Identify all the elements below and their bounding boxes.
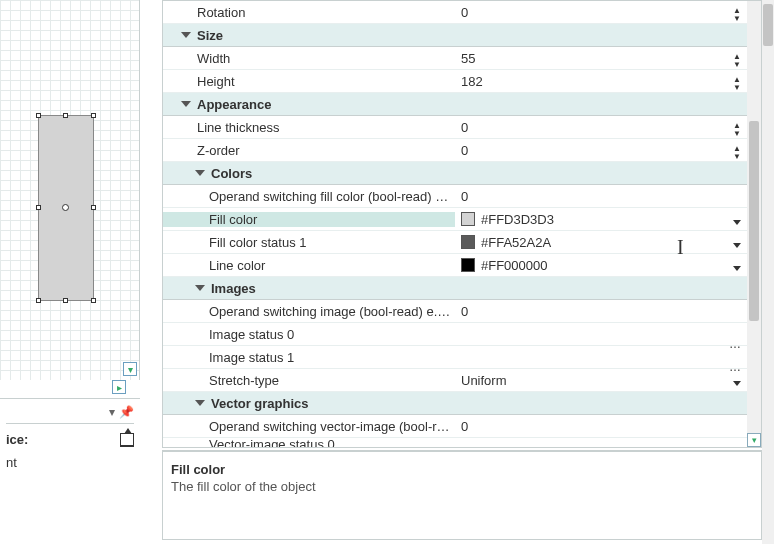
- prop-row-stretch[interactable]: Stretch-type Uniform: [163, 369, 747, 392]
- center-marker: [62, 204, 69, 211]
- collapse-icon[interactable]: [195, 285, 205, 291]
- upload-icon[interactable]: [120, 433, 134, 447]
- collapse-icon[interactable]: [181, 32, 191, 38]
- prop-row-fill-status1[interactable]: Fill color status 1 #FFA52A2A: [163, 231, 747, 254]
- category-colors[interactable]: Colors: [163, 162, 747, 185]
- scroll-thumb[interactable]: [749, 121, 759, 321]
- spinner-icon[interactable]: ▲▼: [733, 7, 743, 23]
- dropdown-icon[interactable]: [733, 266, 741, 271]
- prop-label: Fill color: [163, 212, 455, 227]
- design-canvas[interactable]: ▾ ▸: [0, 0, 140, 380]
- prop-label: Line color: [163, 258, 455, 273]
- category-appearance[interactable]: Appearance: [163, 93, 747, 116]
- prop-row-operand-vec[interactable]: Operand switching vector-image (bool-rea…: [163, 415, 747, 438]
- prop-label: Operand switching image (bool-read) e.g.…: [163, 304, 455, 319]
- resize-handle[interactable]: [63, 298, 68, 303]
- dropdown-icon[interactable]: [733, 381, 741, 386]
- prop-label: Operand switching vector-image (bool-rea…: [163, 419, 455, 434]
- expand-button[interactable]: ▾: [123, 362, 137, 376]
- prop-row-line-color[interactable]: Line color #FF000000: [163, 254, 747, 277]
- scroll-down-button[interactable]: ▾: [747, 433, 761, 447]
- category-size[interactable]: Size: [163, 24, 747, 47]
- desc-text: The fill color of the object: [171, 479, 753, 494]
- dropdown-icon[interactable]: ▾: [109, 405, 115, 419]
- resize-handle[interactable]: [91, 298, 96, 303]
- prop-label: Width: [163, 51, 455, 66]
- prop-value[interactable]: 0: [455, 304, 747, 319]
- dropdown-icon[interactable]: [733, 220, 741, 225]
- resize-handle[interactable]: [36, 113, 41, 118]
- browse-button[interactable]: …: [729, 337, 741, 351]
- prop-row-operand-img[interactable]: Operand switching image (bool-read) e.g.…: [163, 300, 747, 323]
- prop-value[interactable]: 0▲▼: [455, 120, 747, 135]
- prop-label: Vector-image status 0: [163, 438, 455, 447]
- prop-label: Image status 0: [163, 327, 455, 342]
- collapse-icon[interactable]: [181, 101, 191, 107]
- prop-value[interactable]: 0▲▼: [455, 5, 747, 20]
- spinner-icon[interactable]: ▲▼: [733, 53, 743, 69]
- prop-row-fill-color[interactable]: Fill color #FFD3D3D3: [163, 208, 747, 231]
- resize-handle[interactable]: [91, 205, 96, 210]
- side-panel: ▾ 📌 ice: nt: [0, 398, 140, 544]
- device-label: ice:: [6, 432, 28, 447]
- prop-label: Line thickness: [163, 120, 455, 135]
- resize-handle[interactable]: [91, 113, 96, 118]
- spinner-icon[interactable]: ▲▼: [733, 76, 743, 92]
- play-button[interactable]: ▸: [112, 380, 126, 394]
- prop-row-width[interactable]: Width 55▲▼: [163, 47, 747, 70]
- prop-row-line-thickness[interactable]: Line thickness 0▲▼: [163, 116, 747, 139]
- prop-row-height[interactable]: Height 182▲▼: [163, 70, 747, 93]
- collapse-icon[interactable]: [195, 400, 205, 406]
- selected-rectangle[interactable]: [38, 115, 94, 301]
- prop-label: Operand switching fill color (bool-read)…: [163, 189, 455, 204]
- category-vector[interactable]: Vector graphics: [163, 392, 747, 415]
- prop-value[interactable]: 0: [455, 189, 747, 204]
- prop-value[interactable]: Uniform: [455, 373, 747, 388]
- prop-row-zorder[interactable]: Z-order 0▲▼: [163, 139, 747, 162]
- prop-label: Image status 1: [163, 350, 455, 365]
- resize-handle[interactable]: [36, 205, 41, 210]
- prop-label: Fill color status 1: [163, 235, 455, 250]
- prop-label: Stretch-type: [163, 373, 455, 388]
- desc-title: Fill color: [171, 462, 753, 477]
- prop-value[interactable]: 0: [455, 419, 747, 434]
- scroll-thumb[interactable]: [763, 4, 773, 46]
- prop-row-rotation[interactable]: Rotation 0▲▼: [163, 1, 747, 24]
- resize-handle[interactable]: [63, 113, 68, 118]
- prop-label: Rotation: [163, 5, 455, 20]
- dropdown-icon[interactable]: [733, 243, 741, 248]
- resize-handle[interactable]: [36, 298, 41, 303]
- content-label: nt: [6, 455, 17, 470]
- spinner-icon[interactable]: ▲▼: [733, 122, 743, 138]
- category-images[interactable]: Images: [163, 277, 747, 300]
- prop-row-img-status0[interactable]: Image status 0 …: [163, 323, 747, 346]
- collapse-icon[interactable]: [195, 170, 205, 176]
- prop-value[interactable]: #FF000000: [455, 258, 747, 273]
- property-grid: Rotation 0▲▼ Size Width 55▲▼ Height 182▲…: [162, 0, 762, 448]
- description-panel: Fill color The fill color of the object: [162, 450, 762, 540]
- prop-row-img-status1[interactable]: Image status 1 …: [163, 346, 747, 369]
- prop-label: Height: [163, 74, 455, 89]
- prop-value[interactable]: 55▲▼: [455, 51, 747, 66]
- prop-row-operand-fill[interactable]: Operand switching fill color (bool-read)…: [163, 185, 747, 208]
- pin-icon[interactable]: 📌: [119, 405, 134, 419]
- color-swatch: [461, 258, 475, 272]
- vertical-scrollbar[interactable]: ▾: [747, 1, 761, 447]
- prop-value[interactable]: #FFD3D3D3: [455, 212, 747, 227]
- prop-label: Z-order: [163, 143, 455, 158]
- spinner-icon[interactable]: ▲▼: [733, 145, 743, 161]
- prop-value[interactable]: 182▲▼: [455, 74, 747, 89]
- prop-value[interactable]: 0▲▼: [455, 143, 747, 158]
- color-swatch: [461, 212, 475, 226]
- window-scrollbar[interactable]: [762, 0, 774, 544]
- color-swatch: [461, 235, 475, 249]
- prop-value[interactable]: #FFA52A2A: [455, 235, 747, 250]
- prop-row-vec-status0[interactable]: Vector-image status 0: [163, 438, 747, 447]
